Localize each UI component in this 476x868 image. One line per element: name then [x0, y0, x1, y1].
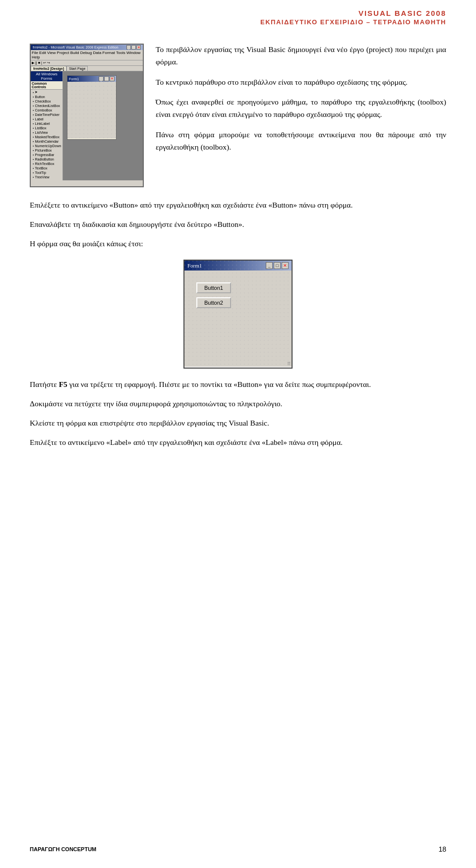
toolbox-item-richtextbox: RichTextBox: [31, 162, 62, 166]
ide-form-close-btn: ✕: [110, 76, 115, 81]
ide-title-text: frmHello2 - Microsoft Visual Basic 2008 …: [33, 46, 119, 49]
toolbox-item-maskedtextbox: MaskedTextBox: [31, 135, 62, 139]
toolbox-title: All Windows Forms: [31, 71, 62, 81]
start-tab: Start Page: [66, 66, 88, 71]
page-footer: ΠΑΡΑΓΩΓΗ CONCEPTUM 18: [30, 845, 446, 853]
ide-form-max: □: [104, 76, 109, 81]
header-title-vb: VISUAL BASIC 2008: [30, 9, 446, 17]
paragraph-1: Το περιβάλλον εργασίας της Visual Basic …: [156, 44, 446, 68]
paragraph-3: Όπως έχει αναφερθεί σε προηγούμενο μάθημ…: [156, 96, 446, 121]
toolbox-item-linklabel: LinkLabel: [31, 121, 62, 126]
toolbox-item-label: Label: [31, 117, 62, 121]
to-word: Το: [156, 45, 166, 54]
ide-toolbar: ▶ || ■ | ↩ ↪: [31, 60, 143, 66]
p8-post: για να τρέξετε τη εφαρμογή. Πιέστε με το…: [67, 380, 371, 388]
p8-pre: Πατήστε: [30, 380, 59, 388]
paragraph-2: Το κεντρικό παράθυρο στο περιβάλλον είνα…: [156, 76, 446, 89]
form-grid: [67, 82, 116, 138]
ide-form-wincontrols: _ □ ✕: [99, 76, 115, 81]
ide-titlebar: frmHello2 - Microsoft Visual Basic 2008 …: [31, 45, 143, 50]
ide-design-area: Form1 _ □ ✕: [63, 71, 143, 180]
form2-controls-area: Button1 Button2: [189, 275, 287, 319]
ide-minimize-btn: _: [126, 45, 131, 50]
toolbox-item-checkbox: CheckBox: [31, 99, 62, 104]
ide-form-body: [67, 82, 116, 138]
content-area: frmHello2 - Microsoft Visual Basic 2008 …: [30, 44, 446, 449]
form2-body: Button1 Button2 ⠿: [184, 271, 292, 367]
toolbox-item-progressbar: ProgressBar: [31, 153, 62, 157]
toolbox-item-pointer: ➤: [31, 90, 62, 95]
toolbox-section-common: Common Controls: [31, 81, 62, 90]
toolbox-item-listview: ListView: [31, 130, 62, 135]
toolbox-item-datetimepicker: DateTimePicker: [31, 112, 62, 117]
ide-form-window: Form1 _ □ ✕: [67, 75, 117, 140]
ide-body: All Windows Forms Common Controls ➤ Butt…: [31, 71, 143, 180]
footer-brand: ΠΑΡΑΓΩΓΗ CONCEPTUM: [30, 846, 96, 852]
ide-tabs: frmHello2 [Design] Start Page: [31, 66, 143, 71]
ide-form-min: _: [99, 76, 104, 81]
form2-screenshot: Form1 _ □ ✕: [183, 260, 293, 369]
design-tab: frmHello2 [Design]: [31, 66, 66, 71]
ide-maximize-btn: □: [131, 45, 136, 50]
paragraph-7: Η φόρμα σας θα μοιάζει κάπως έτσι:: [30, 238, 446, 250]
paragraph-4: Πάνω στη φόρμα μπορούμε να τοποθετήσουμε…: [156, 129, 446, 154]
toolbox-item-button: Button: [31, 95, 62, 99]
toolbox-item-numericupdown: NumericUpDown: [31, 144, 62, 148]
toolbox-item-textbox: TextBox: [31, 166, 62, 170]
vb-ide-image: frmHello2 - Microsoft Visual Basic 2008 …: [30, 44, 144, 187]
toolbox-item-monthcalendar: MonthCalendar: [31, 139, 62, 144]
intro-text-col: Το περιβάλλον εργασίας της Visual Basic …: [156, 44, 446, 162]
toolbox-item-radiobutton: RadioButton: [31, 157, 62, 162]
svg-rect-1: [67, 82, 116, 138]
ide-form-title-text: Form1: [69, 77, 79, 81]
toolbox-item-tooltip: ToolTip: [31, 170, 62, 175]
paragraph-1-text: περιβάλλον εργασίας της Visual Basic δημ…: [156, 45, 446, 66]
ide-menubar: File Edit View Project Build Debug Data …: [31, 50, 143, 60]
toolbox-item-webbrowser: WebBrowser: [31, 179, 62, 180]
toolbox-item-treeview: TreeView: [31, 175, 62, 179]
ide-toolbox: All Windows Forms Common Controls ➤ Butt…: [31, 71, 63, 180]
page-number: 18: [438, 845, 446, 853]
paragraph-9: Δοκιμάστε να πετύχετε την ίδια συμπεριφο…: [30, 398, 446, 410]
form2-screenshot-container: Form1 _ □ ✕: [178, 260, 298, 369]
intro-section: frmHello2 - Microsoft Visual Basic 2008 …: [30, 44, 446, 187]
toolbox-item-listbox: ListBox: [31, 126, 62, 130]
p8-f5: F5: [59, 380, 67, 388]
page-header: VISUAL BASIC 2008 ΕΚΠΑΙΔΕΥΤΙΚΟ ΕΓΧΕΙΡΙΔΙ…: [30, 0, 446, 29]
button1-widget: Button1: [196, 282, 231, 293]
header-subtitle: ΕΚΠΑΙΔΕΥΤΙΚΟ ΕΓΧΕΙΡΙΔΙΟ – ΤΕΤΡΑΔΙΟ ΜΑΘΗΤ…: [30, 18, 446, 26]
toolbox-item-picturebox: PictureBox: [31, 148, 62, 153]
ide-close-btn: ✕: [136, 45, 141, 50]
toolbox-item-combobox: ComboBox: [31, 108, 62, 112]
ide-form-titlebar: Form1 _ □ ✕: [67, 76, 116, 82]
paragraph-5: Επιλέξετε το αντικείμενο «Button» από τη…: [30, 199, 446, 212]
ide-screenshot-col: frmHello2 - Microsoft Visual Basic 2008 …: [30, 44, 144, 187]
resize-handle: ⠿: [287, 361, 291, 367]
paragraph-11: Επιλέξτε το αντικείμενο «Label» από την …: [30, 436, 446, 449]
paragraph-8: Πατήστε F5 για να τρέξετε τη εφαρμογή. Π…: [30, 379, 446, 391]
paragraph-6: Επαναλάβετε τη διαδικασία και δημιουργήσ…: [30, 218, 446, 231]
button2-widget: Button2: [196, 297, 231, 308]
toolbox-item-checkedlistbox: CheckedListBox: [31, 104, 62, 108]
paragraph-10: Κλείστε τη φόρμα και επιστρέψτε στο περι…: [30, 417, 446, 430]
